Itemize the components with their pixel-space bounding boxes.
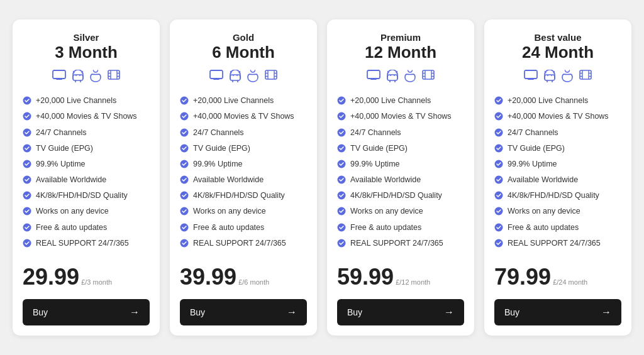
feature-text: +40,000 Movies & TV Shows xyxy=(193,111,294,121)
check-icon xyxy=(180,207,189,218)
plan-header: Silver3 Month xyxy=(23,32,150,62)
plan-device-icons xyxy=(494,70,621,85)
buy-button-best-value[interactable]: Buy→ xyxy=(494,299,621,325)
svg-rect-25 xyxy=(210,70,223,79)
price-period: £/12 month xyxy=(394,278,430,286)
feature-text: Available Worldwide xyxy=(36,175,106,185)
plan-name: Premium xyxy=(337,32,464,43)
feature-text: 99.9% Uptime xyxy=(350,159,400,169)
feature-item: +40,000 Movies & TV Shows xyxy=(180,111,307,123)
buy-button-premium[interactable]: Buy→ xyxy=(337,299,464,325)
buy-label: Buy xyxy=(190,307,205,317)
check-icon xyxy=(180,191,189,202)
feature-item: 99.9% Uptime xyxy=(494,159,621,171)
check-icon xyxy=(180,112,189,123)
check-icon xyxy=(23,223,31,234)
buy-label: Buy xyxy=(347,307,362,317)
svg-rect-83 xyxy=(580,70,591,79)
svg-rect-5 xyxy=(73,75,83,80)
feature-item: TV Guide (EPG) xyxy=(180,143,307,155)
plan-duration: 12 Month xyxy=(337,43,464,62)
feature-text: +40,000 Movies & TV Shows xyxy=(350,111,452,121)
feature-text: 99.9% Uptime xyxy=(193,159,243,169)
feature-text: Works on any device xyxy=(36,206,109,216)
arrow-icon: → xyxy=(601,307,611,318)
check-icon xyxy=(337,160,346,171)
check-icon xyxy=(337,207,346,218)
features-list: +20,000 Live Channels+40,000 Movies & TV… xyxy=(180,96,307,254)
feature-item: 24/7 Channels xyxy=(337,128,464,139)
plan-duration: 6 Month xyxy=(180,43,307,62)
feature-text: Available Worldwide xyxy=(350,175,421,185)
plan-card-gold: Gold6 Month+20,000 Live Channels+40,000 … xyxy=(170,19,317,336)
check-icon xyxy=(180,239,189,250)
feature-text: REAL SUPPORT 24/7/365 xyxy=(36,238,129,248)
feature-item: Free & auto updates xyxy=(337,222,464,234)
check-icon xyxy=(494,128,503,139)
feature-item: Free & auto updates xyxy=(23,222,150,234)
arrow-icon: → xyxy=(444,307,454,318)
check-icon xyxy=(180,160,189,171)
check-icon xyxy=(494,96,503,107)
feature-text: +20,000 Live Channels xyxy=(36,96,116,106)
buy-button-silver[interactable]: Buy→ xyxy=(23,299,150,325)
check-icon xyxy=(23,160,31,171)
feature-text: 24/7 Channels xyxy=(36,128,87,138)
feature-item: TV Guide (EPG) xyxy=(23,143,150,155)
check-icon xyxy=(180,96,189,107)
check-icon xyxy=(23,128,31,139)
feature-item: 99.9% Uptime xyxy=(337,159,464,171)
feature-text: 24/7 Channels xyxy=(350,128,401,138)
feature-item: Works on any device xyxy=(494,206,621,218)
plan-device-icons xyxy=(337,70,464,85)
feature-item: Works on any device xyxy=(23,206,150,218)
feature-item: 99.9% Uptime xyxy=(180,159,307,171)
check-icon xyxy=(494,239,503,250)
feature-item: TV Guide (EPG) xyxy=(494,143,621,155)
check-icon xyxy=(494,175,503,187)
feature-text: +40,000 Movies & TV Shows xyxy=(36,111,137,121)
android-icon xyxy=(72,70,84,85)
feature-item: Available Worldwide xyxy=(23,175,150,187)
svg-rect-80 xyxy=(545,75,555,80)
feature-item: REAL SUPPORT 24/7/365 xyxy=(337,238,464,250)
feature-item: +40,000 Movies & TV Shows xyxy=(494,111,621,123)
feature-text: REAL SUPPORT 24/7/365 xyxy=(193,238,286,248)
check-icon xyxy=(23,207,31,218)
svg-rect-58 xyxy=(423,70,434,79)
plan-device-icons xyxy=(23,70,150,85)
plan-header: Best value24 Month xyxy=(494,32,621,62)
feature-item: Works on any device xyxy=(337,206,464,218)
tv-icon xyxy=(52,70,66,85)
feature-text: 4K/8k/FHD/HD/SD Quality xyxy=(508,190,599,200)
plan-duration: 3 Month xyxy=(23,43,150,62)
feature-text: Works on any device xyxy=(508,206,580,216)
check-icon xyxy=(337,239,346,250)
price-section: 29.99 £/3 month xyxy=(23,264,150,290)
feature-item: +20,000 Live Channels xyxy=(494,96,621,107)
feature-item: Available Worldwide xyxy=(337,175,464,187)
apple-icon xyxy=(404,70,416,85)
price-main: 79.99 xyxy=(494,264,551,290)
feature-item: REAL SUPPORT 24/7/365 xyxy=(23,238,150,250)
check-icon xyxy=(494,223,503,234)
feature-text: +20,000 Live Channels xyxy=(193,96,274,106)
feature-item: Available Worldwide xyxy=(494,175,621,187)
tv-icon xyxy=(524,70,538,85)
feature-item: 4K/8k/FHD/HD/SD Quality xyxy=(23,190,150,202)
film-icon xyxy=(108,70,120,85)
check-icon xyxy=(23,239,31,250)
feature-item: 4K/8k/FHD/HD/SD Quality xyxy=(494,190,621,202)
check-icon xyxy=(23,144,31,155)
buy-button-gold[interactable]: Buy→ xyxy=(180,299,307,325)
check-icon xyxy=(23,175,31,187)
svg-rect-55 xyxy=(387,75,397,80)
plan-name: Gold xyxy=(180,32,307,43)
check-icon xyxy=(337,144,346,155)
price-period: £/3 month xyxy=(79,278,112,286)
feature-text: 99.9% Uptime xyxy=(36,159,86,169)
plan-name: Best value xyxy=(494,32,621,43)
price-section: 79.99 £/24 month xyxy=(494,264,621,290)
svg-rect-33 xyxy=(265,70,277,79)
price-period: £/6 month xyxy=(236,278,269,286)
